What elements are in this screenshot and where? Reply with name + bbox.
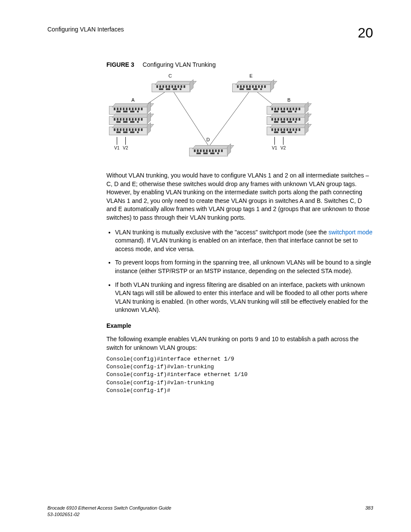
vlan2-label-left: V2 bbox=[123, 146, 128, 150]
paragraph-main: Without VLAN trunking, you would have to… bbox=[106, 171, 373, 222]
footer-left: Brocade 6910 Ethernet Access Switch Conf… bbox=[47, 505, 171, 517]
vlan-trunking-diagram: C E A V1 V2 B bbox=[106, 72, 305, 163]
switch-d bbox=[189, 148, 228, 156]
example-heading: Example bbox=[106, 322, 373, 329]
switch-e bbox=[232, 84, 271, 92]
chapter-number: 20 bbox=[358, 26, 373, 40]
example-intro: The following example enables VLAN trunk… bbox=[106, 335, 373, 352]
bullet-1-pre: VLAN trunking is mutually exclusive with… bbox=[115, 229, 328, 236]
bullet-1: VLAN trunking is mutually exclusive with… bbox=[115, 228, 373, 254]
bullet-2: To prevent loops from forming in the spa… bbox=[115, 258, 373, 275]
switch-a bbox=[109, 106, 148, 137]
switch-e-label: E bbox=[249, 73, 252, 78]
footer-page-number: 383 bbox=[365, 505, 373, 517]
vlan2-label-right: V2 bbox=[280, 146, 286, 150]
vlan1-label-left: V1 bbox=[114, 146, 119, 150]
switch-b-label: B bbox=[287, 97, 290, 103]
switch-c-label: C bbox=[168, 73, 172, 78]
switch-d-label: D bbox=[206, 137, 210, 142]
switch-a-label: A bbox=[131, 97, 134, 103]
vlan1-label-right: V1 bbox=[272, 146, 277, 150]
code-block: Console(config)#interface ethernet 1/9 C… bbox=[106, 355, 373, 395]
bullet-3: If both VLAN trunking and ingress filter… bbox=[115, 281, 373, 314]
switchport-mode-link[interactable]: switchport mode bbox=[328, 229, 372, 236]
footer-doc-number: 53-1002651-02 bbox=[47, 512, 80, 517]
bullet-list: VLAN trunking is mutually exclusive with… bbox=[106, 228, 373, 314]
svg-line-2 bbox=[209, 88, 252, 146]
section-title: Configuring VLAN Interfaces bbox=[47, 26, 124, 33]
bullet-1-post: command). If VLAN trunking is enabled on… bbox=[115, 237, 358, 252]
figure-title: Configuring VLAN Trunking bbox=[143, 61, 216, 68]
switch-c bbox=[152, 84, 190, 92]
switch-b bbox=[267, 106, 305, 137]
page-header: Configuring VLAN Interfaces 20 bbox=[47, 26, 373, 40]
svg-line-1 bbox=[171, 88, 209, 146]
footer-doc-title: Brocade 6910 Ethernet Access Switch Conf… bbox=[47, 505, 171, 510]
figure-label: FIGURE 3 bbox=[106, 61, 134, 68]
page-footer: Brocade 6910 Ethernet Access Switch Conf… bbox=[47, 505, 373, 517]
figure-caption: FIGURE 3 Configuring VLAN Trunking bbox=[106, 61, 373, 68]
